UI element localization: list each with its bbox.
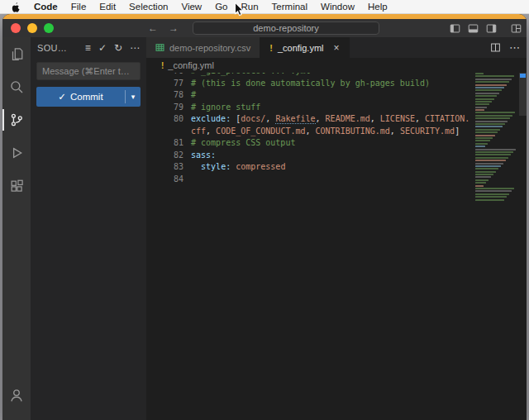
mouse-cursor: [234, 2, 245, 21]
tab-demo-repository.csv[interactable]: demo-repository.csv: [146, 37, 260, 58]
minimap-line: [475, 87, 504, 88]
zoom-window-button[interactable]: [44, 23, 54, 33]
toggle-primary-sidebar-icon[interactable]: [450, 23, 460, 34]
tab-close-icon[interactable]: ×: [334, 42, 340, 54]
code-line-wrap[interactable]: cff, CODE_OF_CONDUCT.md, CONTRIBUTING.md…: [146, 126, 475, 138]
commit-message-input[interactable]: [36, 62, 141, 80]
extensions-icon[interactable]: [2, 169, 31, 203]
code-line-81[interactable]: 81# compress CSS output: [146, 137, 475, 150]
editor-scrollbar[interactable]: [519, 73, 527, 420]
line-number: 78: [146, 89, 189, 102]
code-line-80[interactable]: 80exclude: [docs/, Rakefile, README.md, …: [146, 113, 475, 126]
toggle-secondary-sidebar-icon[interactable]: [486, 23, 497, 34]
commit-dropdown-icon[interactable]: ▾: [126, 93, 141, 101]
apple-icon[interactable]: [12, 2, 21, 12]
menu-item-selection[interactable]: Selection: [129, 2, 168, 12]
more-actions-icon[interactable]: ⋯: [130, 43, 140, 53]
minimap-line: [475, 115, 512, 117]
menu-items: CodeFileEditSelectionViewGoRunTerminalWi…: [34, 2, 388, 12]
view-as-list-icon[interactable]: ≡: [85, 43, 91, 53]
line-content: sass:: [189, 150, 216, 162]
menu-item-view[interactable]: View: [181, 2, 202, 12]
commit-button[interactable]: ✓ Commit ▾: [36, 87, 141, 107]
minimap-line: [475, 157, 508, 159]
forward-icon[interactable]: →: [169, 22, 179, 34]
back-icon[interactable]: ←: [148, 22, 158, 34]
minimap-line: [475, 121, 508, 122]
more-actions-icon[interactable]: ⋯: [509, 41, 520, 54]
code-line-83[interactable]: 83 style: compressed: [146, 161, 475, 174]
minimap-line: [475, 98, 494, 100]
code-area[interactable]: 76# _git_protocol ... .yml77# (this is d…: [146, 73, 475, 420]
menu-item-window[interactable]: Window: [321, 2, 355, 12]
minimap-line: [475, 176, 491, 178]
minimap-line: [475, 149, 516, 150]
minimap-line: [475, 109, 484, 111]
minimap-line: [475, 129, 500, 131]
close-window-button[interactable]: [11, 23, 21, 33]
minimap-line: [475, 73, 484, 74]
minimap-line: [475, 143, 488, 145]
minimap-line: [475, 75, 514, 77]
minimap-line: [475, 117, 510, 119]
minimap[interactable]: [475, 73, 519, 205]
toggle-panel-icon[interactable]: [468, 23, 479, 34]
minimap-line: [475, 137, 493, 139]
minimap-line: [475, 188, 514, 189]
tab-_config.yml[interactable]: !_config.yml×: [260, 37, 349, 58]
menu-item-help[interactable]: Help: [368, 2, 388, 12]
source-control-sidebar: SOU… ≡ ✓ ↻ ⋯ ✓ Commit ▾: [31, 37, 146, 420]
tab-label: demo-repository.csv: [169, 43, 250, 53]
yml-file-icon: !: [269, 43, 273, 53]
minimap-line: [475, 135, 495, 136]
tab-bar: demo-repository.csv!_config.yml× ⋯: [146, 37, 527, 58]
minimap-line: [475, 165, 501, 167]
scrollbar-thumb[interactable]: [519, 73, 527, 116]
menu-item-file[interactable]: File: [71, 2, 87, 12]
code-line-84[interactable]: 84: [146, 174, 475, 186]
minimap-line: [475, 168, 498, 169]
menu-item-code[interactable]: Code: [34, 2, 58, 12]
accounts-icon[interactable]: [2, 379, 31, 412]
split-editor-icon[interactable]: [490, 42, 501, 53]
minimap-line: [475, 112, 515, 113]
commit-button-check-icon: ✓: [58, 91, 66, 103]
line-content: [189, 174, 191, 186]
line-number: 81: [146, 137, 189, 150]
breadcrumb[interactable]: ! _config.yml: [146, 58, 527, 73]
minimap-line: [475, 89, 502, 91]
code-line-82[interactable]: 82sass:: [146, 150, 475, 162]
title-bar: ← → demo-repository: [2, 19, 527, 37]
search-icon[interactable]: [2, 70, 31, 103]
macos-menu-bar: CodeFileEditSelectionViewGoRunTerminalWi…: [0, 0, 529, 14]
refresh-icon[interactable]: ↻: [114, 43, 122, 53]
line-number: 83: [146, 161, 189, 174]
code-line-78[interactable]: 78#: [146, 89, 475, 102]
command-center[interactable]: demo-repository: [193, 21, 379, 35]
menu-item-edit[interactable]: Edit: [99, 2, 116, 12]
code-line-79[interactable]: 79# ignore stuff: [146, 102, 475, 114]
code-lines: 76# _git_protocol ... .yml77# (this is d…: [146, 73, 475, 185]
minimize-window-button[interactable]: [27, 23, 37, 33]
commit-check-icon[interactable]: ✓: [98, 43, 107, 53]
line-number: 82: [146, 150, 189, 162]
customize-layout-icon[interactable]: [511, 23, 522, 34]
code-line-77[interactable]: 77# (this is done automatically by gh-pa…: [146, 78, 475, 90]
menu-item-go[interactable]: Go: [215, 2, 227, 12]
line-content: # ignore stuff: [189, 102, 260, 114]
commit-button-label: Commit: [70, 92, 103, 102]
workbench: SOU… ≡ ✓ ↻ ⋯ ✓ Commit ▾ demo: [2, 37, 527, 420]
minimap-line: [475, 81, 509, 83]
menu-item-terminal[interactable]: Terminal: [272, 2, 307, 12]
source-control-icon[interactable]: [2, 103, 31, 136]
line-content: # compress CSS output: [189, 137, 295, 150]
run-and-debug-icon[interactable]: [2, 136, 31, 169]
layout-controls: [450, 19, 522, 37]
minimap-line: [475, 179, 488, 181]
minimap-line: [475, 190, 512, 192]
sidebar-header-actions: ≡ ✓ ↻ ⋯: [85, 43, 140, 53]
sidebar-header: SOU… ≡ ✓ ↻ ⋯: [31, 37, 146, 59]
line-number: 77: [146, 78, 189, 90]
minimap-line: [475, 107, 487, 108]
explorer-icon[interactable]: [2, 37, 31, 70]
